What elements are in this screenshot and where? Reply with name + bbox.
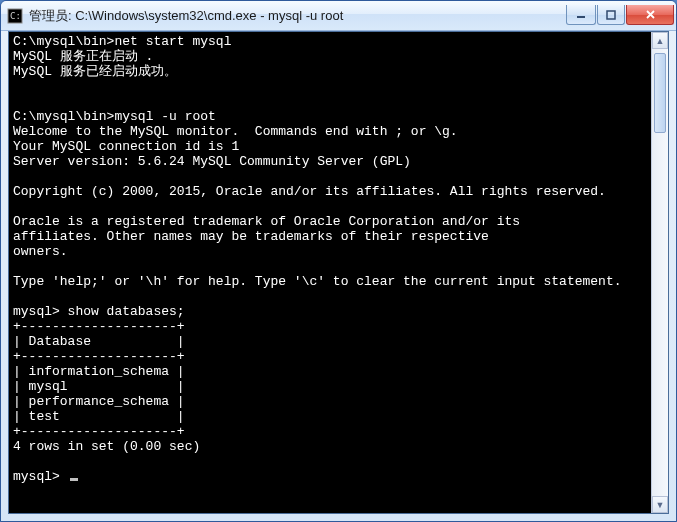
command-text: mysql -u root	[114, 109, 215, 124]
table-row: | test |	[13, 409, 185, 424]
mysql-prompt: mysql>	[13, 304, 68, 319]
output-line: Your MySQL connection id is 1	[13, 139, 239, 154]
table-row: | mysql |	[13, 379, 185, 394]
scrollbar-track[interactable]	[652, 49, 668, 496]
cmd-icon: C:	[7, 8, 23, 24]
scroll-down-button[interactable]: ▼	[652, 496, 668, 513]
mysql-prompt: mysql>	[13, 469, 68, 484]
minimize-button[interactable]	[566, 5, 596, 25]
prompt: C:\mysql\bin>	[13, 34, 114, 49]
titlebar[interactable]: C: 管理员: C:\Windows\system32\cmd.exe - my…	[1, 1, 676, 31]
window-controls	[565, 5, 674, 25]
output-line: Copyright (c) 2000, 2015, Oracle and/or …	[13, 184, 606, 199]
output-line: affiliates. Other names may be trademark…	[13, 229, 489, 244]
table-header: | Database |	[13, 334, 185, 349]
output-line: Type 'help;' or '\h' for help. Type '\c'…	[13, 274, 622, 289]
output-line: Welcome to the MySQL monitor. Commands e…	[13, 124, 458, 139]
terminal-output[interactable]: C:\mysql\bin>net start mysql MySQL 服务正在启…	[9, 32, 651, 513]
command-text: show databases;	[68, 304, 185, 319]
table-row: | information_schema |	[13, 364, 185, 379]
output-line: MySQL 服务已经启动成功。	[13, 64, 177, 79]
output-line: 4 rows in set (0.00 sec)	[13, 439, 200, 454]
window-frame: C: 管理员: C:\Windows\system32\cmd.exe - my…	[0, 0, 677, 522]
table-row: | performance_schema |	[13, 394, 185, 409]
output-line: owners.	[13, 244, 68, 259]
close-button[interactable]	[626, 5, 674, 25]
table-border: +--------------------+	[13, 349, 185, 364]
output-line: MySQL 服务正在启动 .	[13, 49, 153, 64]
table-border: +--------------------+	[13, 424, 185, 439]
maximize-button[interactable]	[597, 5, 625, 25]
command-text: net start mysql	[114, 34, 231, 49]
svg-text:C:: C:	[10, 11, 21, 21]
window-title: 管理员: C:\Windows\system32\cmd.exe - mysql…	[29, 7, 565, 25]
cursor	[70, 478, 78, 481]
scrollbar-thumb[interactable]	[654, 53, 666, 133]
prompt: C:\mysql\bin>	[13, 109, 114, 124]
svg-rect-3	[607, 11, 615, 19]
output-line: Oracle is a registered trademark of Orac…	[13, 214, 520, 229]
client-area: C:\mysql\bin>net start mysql MySQL 服务正在启…	[8, 31, 669, 514]
scroll-up-button[interactable]: ▲	[652, 32, 668, 49]
svg-rect-2	[577, 16, 585, 18]
vertical-scrollbar[interactable]: ▲ ▼	[651, 32, 668, 513]
output-line: Server version: 5.6.24 MySQL Community S…	[13, 154, 411, 169]
table-border: +--------------------+	[13, 319, 185, 334]
